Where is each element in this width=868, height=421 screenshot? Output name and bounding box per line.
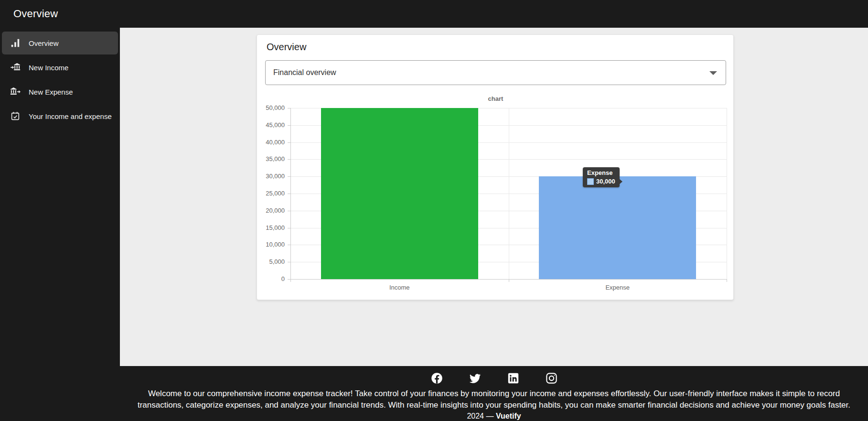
category-boundary-gridline — [509, 108, 509, 279]
tooltip-series-label: Expense — [587, 169, 615, 177]
social-links — [430, 372, 558, 385]
y-axis-line — [290, 108, 291, 279]
sidebar-item-new-income[interactable]: New Income — [2, 56, 118, 79]
copyright-year: 2024 — — [467, 412, 493, 420]
plot-right-gridline — [727, 108, 727, 279]
sidebar-item-new-expense[interactable]: New Expense — [2, 80, 118, 103]
bank-transfer-out-icon — [10, 86, 21, 97]
bank-transfer-in-icon — [10, 62, 21, 73]
sidebar-item-label: Overview — [29, 39, 59, 47]
sidebar-item-your-income-and-expense[interactable]: Your Income and expense — [2, 105, 118, 128]
y-axis-label: 10,000 — [257, 241, 285, 248]
brand-name: Vuetify — [496, 412, 521, 420]
tooltip-caret — [619, 179, 622, 184]
linkedin-icon[interactable] — [507, 372, 520, 385]
facebook-icon[interactable] — [430, 372, 443, 385]
instagram-icon[interactable] — [545, 372, 558, 385]
x-tick-mark — [727, 279, 727, 282]
twitter-icon[interactable] — [469, 372, 482, 385]
sidebar: Overview New Income — [0, 28, 120, 366]
y-axis-label: 35,000 — [257, 155, 285, 162]
y-axis-label: 0 — [257, 275, 285, 282]
bar-income[interactable] — [321, 108, 478, 279]
x-tick-mark — [290, 279, 291, 282]
app-root: Overview Overview — [0, 0, 868, 421]
sidebar-item-overview[interactable]: Overview — [2, 32, 118, 54]
chart-tooltip: Expense 30,000 — [583, 167, 620, 187]
x-axis-label: Income — [290, 284, 509, 291]
overview-card: Overview Financial overview chart 05,000… — [257, 34, 734, 300]
calendar-check-icon — [10, 111, 21, 121]
chart-title: chart — [257, 95, 734, 102]
y-axis-label: 15,000 — [257, 224, 285, 231]
y-axis-label: 50,000 — [257, 104, 285, 111]
sidebar-item-label: New Income — [29, 64, 68, 72]
bar-chart: chart 05,00010,00015,00020,00025,00030,0… — [257, 35, 734, 301]
y-axis-label: 45,000 — [257, 121, 285, 129]
page-title: Overview — [13, 8, 58, 20]
footer: Welcome to our comprehensive income expe… — [0, 366, 868, 421]
bar-expense[interactable] — [539, 176, 696, 279]
tooltip-swatch — [587, 178, 594, 185]
x-tick-mark — [509, 279, 509, 282]
tooltip-value: 30,000 — [596, 178, 615, 185]
y-axis-label: 30,000 — [257, 173, 285, 180]
poll-icon — [10, 38, 21, 48]
footer-copyright: 2024 — Vuetify — [467, 412, 521, 421]
y-axis-label: 40,000 — [257, 139, 285, 146]
sidebar-item-label: New Expense — [29, 88, 73, 96]
app-bar: Overview — [0, 0, 868, 28]
footer-description: Welcome to our comprehensive income expe… — [121, 388, 867, 411]
y-axis-label: 20,000 — [257, 207, 285, 214]
y-axis-label: 25,000 — [257, 190, 285, 197]
main-content: Overview Financial overview chart 05,000… — [120, 28, 868, 366]
x-axis-label: Expense — [509, 284, 727, 291]
sidebar-item-label: Your Income and expense — [29, 112, 112, 120]
y-axis-label: 5,000 — [257, 258, 285, 265]
